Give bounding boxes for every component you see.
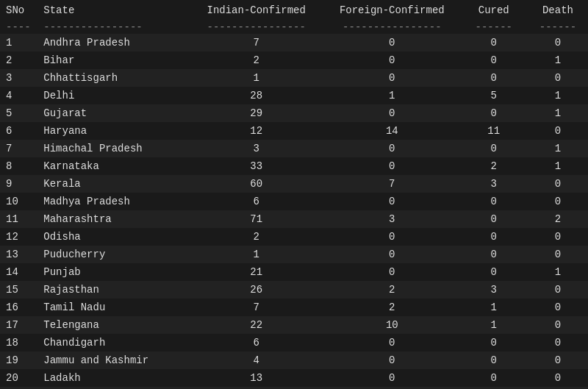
table-row: 17Telengana221010: [0, 316, 588, 334]
cell-state: Haryana: [37, 122, 188, 140]
cell-foreign-confirmed: 3: [324, 210, 460, 228]
cell-indian-confirmed: 4: [188, 351, 324, 369]
table-body: 1Andhra Pradesh70002Bihar20013Chhattisga…: [0, 34, 588, 389]
cell-foreign-confirmed: 0: [324, 69, 460, 87]
table-row: 14Punjab21001: [0, 263, 588, 281]
cell-foreign-confirmed: 0: [324, 228, 460, 246]
divider-death: ------: [528, 21, 588, 34]
cell-death: 0: [528, 281, 588, 299]
cell-indian-confirmed: 7: [188, 34, 324, 51]
cell-sno: 8: [0, 157, 37, 175]
table-row: 7Himachal Pradesh3001: [0, 140, 588, 157]
cell-state: Madhya Pradesh: [37, 193, 188, 210]
table-row: 19Jammu and Kashmir4000: [0, 351, 588, 369]
cell-state: Punjab: [37, 263, 188, 281]
divider-sno: ----: [0, 21, 37, 34]
cell-foreign-confirmed: 0: [324, 351, 460, 369]
cell-death: 0: [528, 193, 588, 210]
cell-state: Odisha: [37, 228, 188, 246]
cell-cured: 1: [460, 316, 528, 334]
cell-state: Chhattisgarh: [37, 69, 188, 87]
cell-indian-confirmed: 2: [188, 51, 324, 69]
cell-foreign-confirmed: 0: [324, 157, 460, 175]
cell-death: 0: [528, 299, 588, 316]
cell-death: 0: [528, 122, 588, 140]
cell-state: Telengana: [37, 316, 188, 334]
header-state: State: [37, 0, 188, 21]
cell-sno: 4: [0, 87, 37, 104]
cell-state: Chandigarh: [37, 334, 188, 351]
cell-indian-confirmed: 13: [188, 369, 324, 387]
cell-foreign-confirmed: 0: [324, 246, 460, 263]
cell-cured: 0: [460, 51, 528, 69]
cell-cured: 5: [460, 87, 528, 104]
cell-indian-confirmed: 6: [188, 334, 324, 351]
cell-indian-confirmed: 60: [188, 175, 324, 193]
cell-cured: 0: [460, 369, 528, 387]
cell-foreign-confirmed: 7: [324, 175, 460, 193]
cell-cured: 0: [460, 104, 528, 122]
cell-sno: 6: [0, 122, 37, 140]
table-row: 6Haryana1214110: [0, 122, 588, 140]
cell-sno: 1: [0, 34, 37, 51]
table-row: 11Maharashtra71302: [0, 210, 588, 228]
cell-cured: 0: [460, 334, 528, 351]
cell-death: 0: [528, 175, 588, 193]
table-row: 8Karnataka33021: [0, 157, 588, 175]
cell-foreign-confirmed: 1: [324, 87, 460, 104]
cell-indian-confirmed: 29: [188, 104, 324, 122]
table-row: 3Chhattisgarh1000: [0, 69, 588, 87]
cell-sno: 7: [0, 140, 37, 157]
cell-state: Maharashtra: [37, 210, 188, 228]
cell-sno: 15: [0, 281, 37, 299]
cell-indian-confirmed: 1: [188, 69, 324, 87]
table-row: 2Bihar2001: [0, 51, 588, 69]
cell-state: Puducherry: [37, 246, 188, 263]
cell-indian-confirmed: 2: [188, 228, 324, 246]
cell-state: Jammu and Kashmir: [37, 351, 188, 369]
cell-death: 1: [528, 157, 588, 175]
table-row: 10Madhya Pradesh6000: [0, 193, 588, 210]
cell-cured: 0: [460, 140, 528, 157]
divider-state: ----------------: [37, 21, 188, 34]
cell-cured: 2: [460, 157, 528, 175]
cell-sno: 10: [0, 193, 37, 210]
cell-cured: 3: [460, 175, 528, 193]
table-row: 13Puducherry1000: [0, 246, 588, 263]
cell-state: Kerala: [37, 175, 188, 193]
cell-cured: 0: [460, 34, 528, 51]
cell-death: 0: [528, 228, 588, 246]
cell-indian-confirmed: 21: [188, 263, 324, 281]
cell-cured: 3: [460, 281, 528, 299]
cell-sno: 12: [0, 228, 37, 246]
cell-foreign-confirmed: 0: [324, 193, 460, 210]
cell-sno: 14: [0, 263, 37, 281]
cell-state: Bihar: [37, 51, 188, 69]
cell-foreign-confirmed: 14: [324, 122, 460, 140]
cell-indian-confirmed: 6: [188, 193, 324, 210]
cell-sno: 2: [0, 51, 37, 69]
header-sno: SNo: [0, 0, 37, 21]
table-row: 12Odisha2000: [0, 228, 588, 246]
cell-state: Delhi: [37, 87, 188, 104]
cell-death: 2: [528, 210, 588, 228]
cell-cured: 0: [460, 246, 528, 263]
cell-indian-confirmed: 26: [188, 281, 324, 299]
cell-death: 0: [528, 34, 588, 51]
cell-sno: 17: [0, 316, 37, 334]
cell-state: Himachal Pradesh: [37, 140, 188, 157]
cell-sno: 13: [0, 246, 37, 263]
table-row: 18Chandigarh6000: [0, 334, 588, 351]
cell-death: 0: [528, 69, 588, 87]
divider-indian: ----------------: [188, 21, 324, 34]
cell-foreign-confirmed: 2: [324, 281, 460, 299]
cell-cured: 0: [460, 210, 528, 228]
cell-cured: 0: [460, 263, 528, 281]
cell-sno: 9: [0, 175, 37, 193]
cell-death: 0: [528, 334, 588, 351]
cell-death: 1: [528, 51, 588, 69]
cell-cured: 0: [460, 69, 528, 87]
cell-death: 1: [528, 104, 588, 122]
cell-sno: 16: [0, 299, 37, 316]
table-row: 5Gujarat29001: [0, 104, 588, 122]
